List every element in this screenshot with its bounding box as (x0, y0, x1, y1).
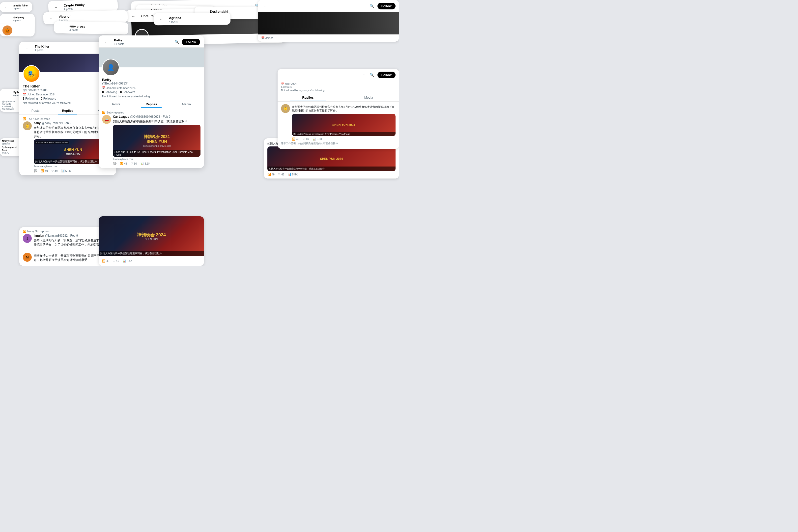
tab-media-right-mid[interactable]: Media (338, 93, 399, 101)
action-retweet-thekiller[interactable]: 🔁 49 (41, 169, 48, 172)
card-header-betty: ← Betty 11 posts ··· 🔍 Follow (99, 35, 204, 48)
follow-button-betty[interactable]: Follow (182, 39, 200, 45)
dots-icon-right-mid[interactable]: ··· (363, 73, 366, 77)
followers-thekiller: 0 Followers (41, 97, 56, 100)
tab-replies-thekiller[interactable]: Replies (52, 106, 84, 114)
not-followed-betty: Not followed by anyone you're following (102, 95, 201, 98)
shen-title-right-bottom: SHEN YUN 2024 (320, 157, 343, 160)
back-button-agrippa[interactable]: ← (158, 16, 165, 23)
back-button-betty[interactable]: ← (102, 38, 110, 45)
post-handle-betty: @OMG083094680673 (130, 115, 160, 118)
action-like-right-mid[interactable]: ♡ 46 (303, 137, 309, 141)
right-top-profile: 📅 Joined (258, 35, 399, 42)
bottom-post-actions: 🔁 49 ♡ 49 📊 5.5K (99, 258, 204, 265)
follow-button-right-mid[interactable]: Follow (377, 72, 396, 78)
tab-posts-betty[interactable]: Posts (99, 100, 134, 108)
card-title-gullyway: Gullyway (13, 16, 24, 19)
dots-icon-betty[interactable]: ··· (169, 40, 172, 44)
bottom-shen-yun: 神韵晚会 2024 SHEN YUN 知情人称法轮功神的接受联邦刑事调查，或涉及… (99, 216, 204, 256)
avatar-betty-inner: 👤 (103, 59, 119, 75)
action-retweet-right-mid[interactable]: 🔁 49 (292, 137, 299, 141)
post-avatar-jan: J (23, 234, 32, 243)
post-date-jan: · Feb 9 (69, 234, 78, 238)
action-retweet-right-bottom[interactable]: 🔁 48 (267, 173, 274, 176)
action-like-right-bottom[interactable]: ♡ 46 (278, 173, 284, 176)
post-actions-right-mid: 🔁 49 ♡ 46 📊 5.3K (292, 137, 396, 141)
action-comment-betty[interactable]: 💬 (113, 162, 116, 165)
right-mid-header: ··· 🔍 Follow (278, 69, 399, 81)
action-like-bottom[interactable]: ♡ 49 (113, 260, 119, 263)
bottom-shen-caption: 知情人称法轮功神的接受联邦刑事调查，或涉及签证欺诈 (99, 251, 204, 256)
post-image-right-mid: SHEN YUN 2024 Be Under Federal Investiga… (292, 114, 396, 136)
back-button-gullyway[interactable]: ← (2, 15, 9, 22)
back-button-viserion[interactable]: ← (48, 15, 55, 22)
post-row-right-mid: 👶 参与调查的纽约南区联邦检察官办公室去年6月对由法轮功修炼者运营的新闻机构《大… (281, 104, 396, 141)
back-button-thekiller[interactable]: ← (23, 44, 30, 52)
bottom-shen-subtitle: SHEN YUN (145, 238, 158, 241)
action-retweet-bottom[interactable]: 🔁 49 (102, 260, 109, 263)
action-retweet-betty[interactable]: 🔁 48 (120, 162, 127, 165)
action-views-right-bottom[interactable]: 📊 5.5K (288, 173, 298, 176)
post-avatar-right-mid: 👶 (281, 104, 290, 113)
profile-handle-betty: @Betty9344097134 (102, 82, 201, 85)
tab-replies-betty[interactable]: Replies (134, 100, 169, 108)
shen-yun-title-betty: 神韵晚会 2024SHEN YUN (144, 134, 170, 144)
action-like-betty[interactable]: ♡ 50 (131, 162, 137, 165)
post-date-betty: · Feb 9 (161, 115, 170, 118)
post-text-betty: 知情人称法轮功神的接受联邦刑事调查，或涉及签证欺诈 (113, 119, 201, 124)
post-area-betty: 🔁 Betty reposted 🚗 Car League @OMG083094… (99, 108, 204, 168)
post-handle-jan: @janujan893682 (45, 234, 68, 238)
action-views-bottom[interactable]: 📊 5.5K (123, 260, 133, 263)
post-source-betty: From nytimes.com (113, 158, 201, 160)
card-agrippa: ← Agrippa 4 posts (154, 13, 230, 25)
right-mid-joined: 📅 mber 2024 (281, 82, 396, 85)
back-button-right-top[interactable]: ← (261, 2, 268, 10)
back-button-ainslie[interactable]: ← (2, 3, 9, 11)
card-posts-agrippa: 4 posts (169, 20, 181, 23)
card-title-viserion: Viserion (59, 15, 71, 19)
tab-media-betty[interactable]: Media (169, 100, 204, 108)
post-image-right-bottom: SHEN YUN 2024 知情人称法轮功神的接受联邦刑事调查，或涉及签证欺诈 (267, 147, 396, 171)
action-comment-thekiller[interactable]: 💬 (34, 169, 37, 172)
back-button-crypto[interactable]: ← (52, 4, 59, 11)
right-top-header: ← ··· 🔍 Follow (258, 0, 399, 12)
post-actions-betty: 💬 🔁 48 ♡ 50 📊 5.1K (113, 162, 201, 165)
right-mid-meta: 📅 mber 2024 Followers Not followed by an… (278, 81, 399, 93)
retweet-icon-jan: 🔁 (23, 230, 26, 233)
tabs-right-mid: Replies Media (278, 93, 399, 101)
dots-icon-right-top[interactable]: ··· (363, 4, 366, 8)
profile-stats-betty: 0 Following 0 Followers (102, 91, 201, 94)
card-right-mid: ··· 🔍 Follow 📅 mber 2024 Followers Not f… (278, 69, 399, 149)
card-title-agrippa: Agrippa (169, 16, 181, 20)
action-like-thekiller[interactable]: ♡ 49 (51, 169, 57, 172)
post-avatar-bottom2: M (23, 253, 32, 262)
follow-button-right-top[interactable]: Follow (377, 3, 396, 10)
post-actions-thekiller: 💬 🔁 49 ♡ 49 📊 5.5K (34, 169, 113, 172)
post-author-thekiller: baby (34, 121, 41, 125)
china-label-thekiller: CHINA BEFORE COMMUNISM (35, 141, 69, 144)
card-right-top: ← ··· 🔍 Follow 📅 Joined (258, 0, 399, 42)
tabs-betty: Posts Replies Media (99, 100, 204, 108)
back-button-sythe-left[interactable]: ← (2, 90, 9, 97)
search-button-right-top[interactable]: 🔍 (368, 2, 376, 10)
card-gullyway: ← Gullyway 4 posts 🎃 (0, 14, 35, 37)
back-button-amy[interactable]: ← (58, 24, 65, 31)
action-views-right-mid[interactable]: 📊 5.3K (312, 137, 322, 141)
tab-posts-thekiller[interactable]: Posts (19, 106, 52, 114)
card-header-ainslie: ← ainslie fuller 3 posts (0, 2, 32, 12)
search-button-betty[interactable]: 🔍 (173, 38, 180, 45)
card-title-crypto: Crypto Punky (64, 3, 85, 8)
card-posts-crypto: 4 posts (64, 7, 85, 11)
retweet-icon-betty: 🔁 (102, 111, 106, 114)
following-betty: 0 Following (102, 91, 117, 94)
search-button-right-mid[interactable]: 🔍 (368, 71, 376, 78)
tab-replies-right-mid[interactable]: Replies (278, 93, 338, 101)
back-button-core[interactable]: ← (130, 13, 137, 20)
card-title-amy: amy cross (70, 24, 86, 29)
action-views-thekiller[interactable]: 📊 5.5K (61, 169, 71, 172)
action-views-betty[interactable]: 📊 5.1K (140, 162, 150, 165)
right-top-joined: 📅 Joined (261, 36, 396, 40)
followers-betty: 0 Followers (120, 91, 135, 94)
card-header-agrippa: ← Agrippa 4 posts (154, 13, 230, 25)
avatar-thekiller: 🎭 (23, 65, 40, 82)
